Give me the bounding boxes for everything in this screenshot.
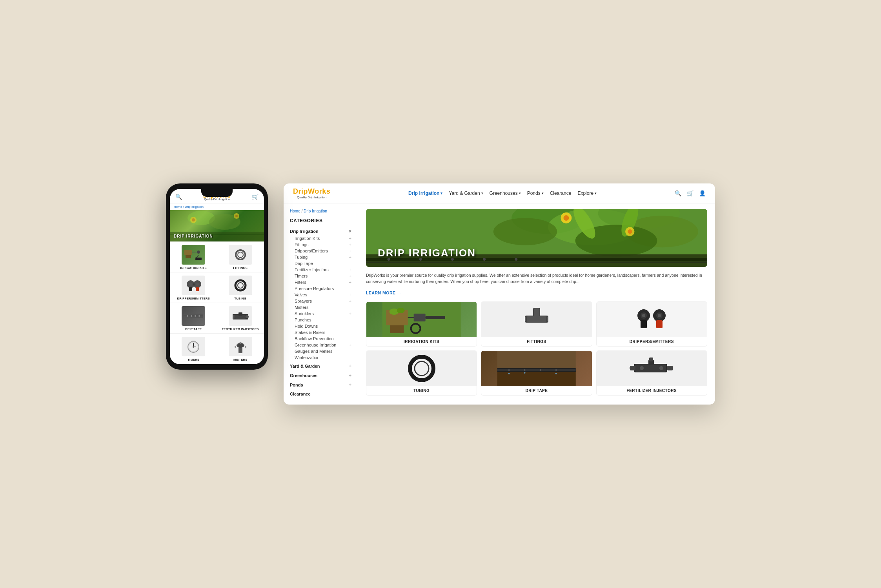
- phone-label-drip-tape: DRIP TAPE: [185, 327, 202, 331]
- plus-icon-valves: +: [349, 292, 351, 297]
- learn-more-link[interactable]: LEARN MORE →: [366, 290, 402, 295]
- svg-point-41: [193, 346, 194, 348]
- desktop-logo-area: DripWorks Quality Drip Irrigation: [293, 187, 330, 199]
- sidebar-item-tubing[interactable]: Tubing+: [295, 254, 351, 260]
- product-img-irrigation-kits: [366, 302, 477, 337]
- product-card-irrigation-kits[interactable]: IRRIGATION KITS: [366, 301, 477, 347]
- nav-greenhouses[interactable]: Greenhouses ▾: [490, 191, 521, 196]
- svg-point-30: [195, 315, 196, 317]
- cart-icon[interactable]: 🛒: [687, 190, 694, 196]
- sidebar-item-punches[interactable]: Punches: [295, 317, 351, 323]
- phone-frame: 🔍 DripWorks Quality Drip Irrigation 🛒 Ho…: [166, 183, 268, 370]
- svg-rect-35: [238, 312, 242, 316]
- product-label-fittings: FITTINGS: [481, 337, 592, 346]
- sidebar-item-drippers[interactable]: Drippers/Emitters+: [295, 248, 351, 254]
- svg-point-67: [483, 258, 486, 261]
- phone-cell-fittings[interactable]: FITTINGS: [217, 242, 264, 272]
- account-icon[interactable]: 👤: [699, 190, 706, 196]
- phone-cell-tubing[interactable]: TUBING: [217, 272, 264, 303]
- sidebar-item-fertilizer[interactable]: Fertilizer Injectors+: [295, 267, 351, 273]
- sidebar-item-irrigation-kits[interactable]: Irrigation Kits+: [295, 235, 351, 241]
- svg-point-94: [416, 363, 427, 374]
- fertilizer-product-svg: [628, 353, 675, 384]
- desktop-tagline: Quality Drip Irrigation: [293, 196, 330, 199]
- product-card-tubing[interactable]: TUBING: [366, 350, 477, 396]
- phone-cart-icon[interactable]: 🛒: [252, 194, 258, 200]
- phone-search-icon[interactable]: 🔍: [175, 194, 182, 200]
- phone-cell-drip-tape[interactable]: DRIP TAPE: [170, 303, 217, 333]
- sidebar-item-fittings[interactable]: Fittings+: [295, 241, 351, 248]
- mister-svg: [231, 338, 250, 355]
- main-content-area: DRIP IRRIGATION DripWorks is your premie…: [358, 203, 715, 405]
- sidebar-breadcrumb-current[interactable]: Drip Irrigation: [304, 209, 327, 213]
- search-icon[interactable]: 🔍: [675, 190, 681, 196]
- nav-explore[interactable]: Explore ▾: [577, 191, 597, 196]
- nav-drip-irrigation[interactable]: Drip Irrigation ▾: [408, 191, 442, 196]
- product-card-fittings[interactable]: FITTINGS: [481, 301, 592, 347]
- drippers-svg: [184, 277, 203, 294]
- sidebar-item-pressure-regulators[interactable]: Pressure Regulators: [295, 285, 351, 292]
- product-card-fertilizer[interactable]: FERTILIZER INJECTORS: [596, 350, 707, 396]
- sidebar-item-gauges[interactable]: Gauges and Meters: [295, 348, 351, 354]
- sidebar-breadcrumb-home[interactable]: Home: [290, 209, 300, 213]
- tubing-svg: [231, 277, 250, 294]
- sidebar-ponds-header[interactable]: Ponds +: [290, 381, 351, 389]
- sidebar-item-backflow[interactable]: Backflow Prevention: [295, 336, 351, 342]
- product-label-drippers: DRIPPERS/EMITTERS: [597, 337, 707, 346]
- phone-notch: [201, 189, 233, 197]
- phone-cell-fertilizer[interactable]: FERTILIZER INJECTORS: [217, 303, 264, 333]
- fittings-product-svg: [519, 304, 554, 335]
- product-grid: IRRIGATION KITS: [366, 301, 707, 396]
- nav-yard-garden[interactable]: Yard & Garden ▾: [449, 191, 483, 196]
- product-img-drippers: [597, 302, 707, 337]
- phone-label-irrigation-kits: IRRIGATION KITS: [180, 266, 207, 270]
- sidebar-yard-garden-header[interactable]: Yard & Garden +: [290, 362, 351, 370]
- sidebar-clearance-header[interactable]: Clearance: [290, 390, 351, 397]
- sidebar-item-timers[interactable]: Timers+: [295, 273, 351, 279]
- phone-cell-drippers[interactable]: DRIPPERS/EMITTERS: [170, 272, 217, 303]
- sidebar-greenhouses-header[interactable]: Greenhouses +: [290, 372, 351, 379]
- product-label-tubing: TUBING: [366, 386, 477, 395]
- sidebar-drip-irrigation-header[interactable]: Drip Irrigation ×: [290, 227, 351, 235]
- phone-cell-irrigation-kits[interactable]: IRRIGATION KITS: [170, 242, 217, 272]
- phone-img-fertilizer: [229, 306, 252, 326]
- svg-rect-108: [630, 366, 635, 370]
- sidebar-item-sprinklers[interactable]: Sprinklers+: [295, 310, 351, 317]
- sidebar-item-sprayers[interactable]: Sprayers+: [295, 298, 351, 304]
- desktop-nav: DripWorks Quality Drip Irrigation Drip I…: [284, 183, 715, 203]
- sidebar-item-hold-downs[interactable]: Hold Downs: [295, 323, 351, 329]
- product-card-drippers[interactable]: DRIPPERS/EMITTERS: [596, 301, 707, 347]
- svg-point-45: [235, 346, 236, 348]
- sidebar-item-misters[interactable]: Misters: [295, 304, 351, 310]
- phone-cell-misters[interactable]: MISTERS: [217, 334, 264, 364]
- sidebar-item-greenhouse-irrigation[interactable]: Greenhouse Irrigation+: [295, 342, 351, 348]
- phone-tagline: Quality Drip Irrigation: [203, 198, 231, 201]
- svg-point-102: [555, 369, 557, 371]
- product-card-drip-tape[interactable]: DRIP TAPE: [481, 350, 592, 396]
- phone-img-irrigation-kits: [182, 245, 205, 265]
- nav-ponds[interactable]: Ponds ▾: [527, 191, 544, 196]
- phone-cell-timers[interactable]: TIMERS: [170, 334, 217, 364]
- nav-clearance[interactable]: Clearance: [550, 191, 572, 196]
- phone-product-grid: IRRIGATION KITS FITTINGS: [170, 241, 264, 364]
- svg-rect-71: [390, 325, 404, 333]
- sidebar-drip-x-icon: ×: [349, 229, 351, 234]
- sidebar-item-filters[interactable]: Filters+: [295, 279, 351, 285]
- desktop-logo-works: Works: [308, 187, 330, 195]
- plus-icon-filters: +: [349, 280, 351, 285]
- sidebar-item-valves[interactable]: Valves+: [295, 292, 351, 298]
- svg-point-22: [189, 283, 192, 286]
- phone-img-tubing: [229, 276, 252, 295]
- sidebar-item-drip-tape[interactable]: Drip Tape: [295, 260, 351, 267]
- sidebar-item-stakes[interactable]: Stakes & Risers: [295, 329, 351, 336]
- phone-screen: 🔍 DripWorks Quality Drip Irrigation 🛒 Ho…: [170, 189, 264, 364]
- nav-chevron-ponds: ▾: [542, 191, 544, 195]
- sidebar-item-winterization[interactable]: Winterization: [295, 354, 351, 361]
- nav-chevron-explore: ▾: [595, 191, 597, 195]
- plus-icon-kits: +: [349, 236, 351, 241]
- phone-breadcrumb-home[interactable]: Home / Drip Irrigation: [174, 205, 204, 209]
- svg-rect-113: [649, 358, 653, 361]
- kit-product-svg: [366, 302, 477, 337]
- svg-rect-76: [426, 316, 445, 319]
- plus-icon-greenhouse: +: [349, 343, 351, 347]
